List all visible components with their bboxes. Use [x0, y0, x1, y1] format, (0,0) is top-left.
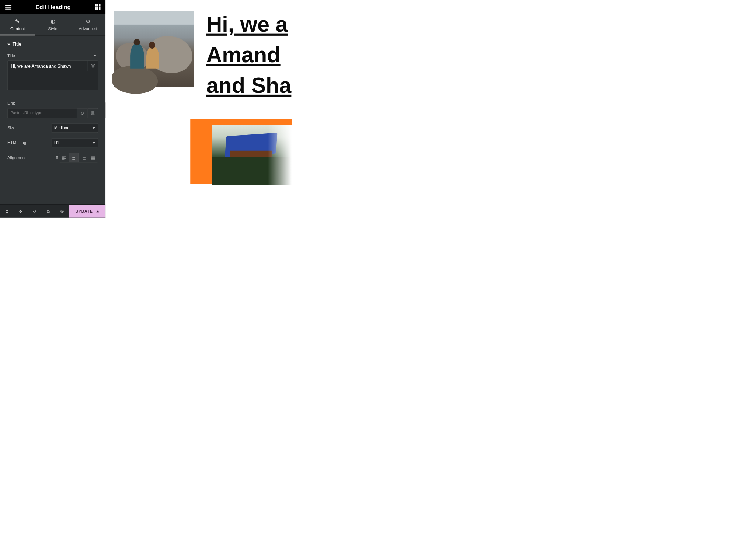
- heading-widget[interactable]: Hi, we a Amand and Sha: [206, 9, 472, 101]
- link-input[interactable]: [7, 108, 77, 118]
- image-couple-on-rocks[interactable]: [114, 11, 194, 87]
- align-center-button[interactable]: [69, 153, 79, 162]
- title-label: Title: [7, 53, 15, 58]
- htmltag-row: HTML Tag H1: [7, 138, 98, 147]
- panel-title: Edit Heading: [36, 4, 71, 10]
- section-toggle-title[interactable]: Title: [7, 42, 98, 47]
- tab-advanced[interactable]: ⚙ Advanced: [70, 14, 105, 35]
- canvas-preview[interactable]: Hi, we a Amand and Sha: [105, 0, 472, 218]
- panel-tabs: ✎ Content ◐ Style ⚙ Advanced: [0, 14, 105, 36]
- link-options-button[interactable]: ⚙: [77, 108, 88, 118]
- footer-settings-button[interactable]: ⚙: [0, 205, 14, 217]
- align-justify-button[interactable]: [88, 153, 98, 162]
- panel-body: Title Title Link ⚙ Size Medium: [0, 35, 105, 204]
- devices-icon: ⧉: [47, 209, 50, 213]
- link-dynamic-button[interactable]: [88, 108, 98, 118]
- align-right-button[interactable]: [79, 153, 88, 162]
- link-label: Link: [7, 101, 98, 106]
- size-value: Medium: [54, 126, 68, 130]
- size-label: Size: [7, 126, 51, 130]
- update-button[interactable]: UPDATE: [69, 205, 106, 217]
- link-field: ⚙: [7, 108, 98, 118]
- update-label: UPDATE: [76, 209, 93, 214]
- menu-icon[interactable]: [5, 5, 12, 10]
- chevron-down-icon: [93, 127, 95, 129]
- title-textarea[interactable]: [7, 60, 98, 90]
- alignment-row: Alignment 🖥: [7, 153, 98, 162]
- active-tab-indicator: [0, 35, 35, 36]
- layers-icon: ❖: [19, 209, 22, 213]
- footer-navigator-button[interactable]: ❖: [14, 205, 28, 217]
- footer-history-button[interactable]: ↺: [28, 205, 42, 217]
- tab-content[interactable]: ✎ Content: [0, 14, 35, 35]
- size-select[interactable]: Medium: [51, 123, 98, 133]
- htmltag-label: HTML Tag: [7, 140, 51, 145]
- divider: [7, 96, 98, 96]
- tab-label: Style: [48, 27, 58, 31]
- caret-down-icon: [7, 43, 10, 45]
- align-right-icon: [81, 156, 85, 160]
- align-center-icon: [72, 156, 76, 160]
- editor-panel: Edit Heading ✎ Content ◐ Style ⚙ Advance…: [0, 0, 105, 218]
- tab-label: Advanced: [79, 27, 97, 31]
- eye-icon: 👁: [60, 209, 64, 213]
- responsive-icon[interactable]: 🖥: [55, 156, 59, 160]
- gear-icon: ⚙: [5, 209, 9, 213]
- apps-grid-icon[interactable]: [95, 4, 100, 10]
- heading-line: Hi, we a: [206, 12, 288, 36]
- align-left-icon: [62, 156, 66, 160]
- align-left-button[interactable]: [59, 153, 69, 162]
- size-row: Size Medium: [7, 123, 98, 133]
- panel-topbar: Edit Heading: [0, 0, 105, 14]
- panel-footer: ⚙ ❖ ↺ ⧉ 👁 UPDATE: [0, 205, 105, 218]
- chevron-down-icon: [93, 142, 95, 143]
- footer-responsive-button[interactable]: ⧉: [42, 205, 56, 217]
- image-treehouse[interactable]: [212, 125, 292, 185]
- footer-preview-button[interactable]: 👁: [55, 205, 69, 217]
- contrast-icon: ◐: [51, 18, 55, 25]
- database-icon: [91, 112, 94, 115]
- align-justify-icon: [91, 156, 95, 160]
- htmltag-select[interactable]: H1: [51, 138, 98, 147]
- title-field-wrap: [7, 60, 98, 91]
- history-icon: ↺: [33, 209, 36, 213]
- chevron-up-icon: [96, 210, 99, 212]
- tab-style[interactable]: ◐ Style: [35, 14, 70, 35]
- htmltag-value: H1: [54, 140, 59, 145]
- gear-icon: ⚙: [80, 111, 84, 115]
- alignment-group: [59, 153, 98, 162]
- heading-line: Amand: [206, 42, 280, 67]
- tab-label: Content: [10, 27, 25, 31]
- alignment-label: Alignment: [7, 155, 51, 160]
- heading-line: and Sha: [206, 73, 291, 97]
- section-title: Title: [13, 42, 21, 47]
- ai-icon[interactable]: [94, 53, 98, 58]
- title-label-row: Title: [7, 53, 98, 58]
- gear-icon: ⚙: [86, 18, 91, 25]
- dynamic-tags-button[interactable]: [88, 60, 98, 71]
- database-icon: [91, 64, 95, 67]
- pencil-icon: ✎: [15, 18, 20, 25]
